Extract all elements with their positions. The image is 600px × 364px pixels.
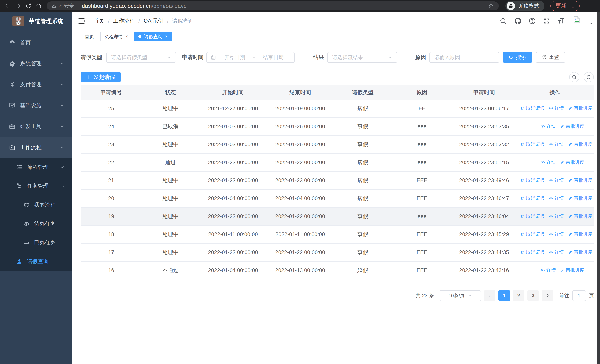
apply-time-range-picker[interactable]: 开始日期 - 结束日期 <box>206 52 295 63</box>
action-详情[interactable]: 详情 <box>541 159 556 165</box>
table-cell: eee <box>392 153 452 171</box>
action-审批进度[interactable]: 审批进度 <box>568 231 592 237</box>
sidebar-collapse-icon[interactable] <box>78 17 85 25</box>
sidebar-item-payment-management[interactable]: 支付管理 <box>0 74 72 95</box>
reason-input[interactable]: 请输入原因 <box>429 52 499 63</box>
action-审批进度[interactable]: 审批进度 <box>560 159 584 165</box>
help-icon[interactable] <box>528 17 536 25</box>
chevron-up-icon <box>59 145 65 150</box>
search-button[interactable]: 搜索 <box>503 52 532 63</box>
action-取消请假[interactable]: 取消请假 <box>520 249 544 255</box>
action-审批进度[interactable]: 审批进度 <box>568 195 592 201</box>
action-详情[interactable]: 详情 <box>541 123 556 129</box>
action-详情[interactable]: 详情 <box>549 231 564 237</box>
start-date-input[interactable]: 开始日期 <box>217 54 252 61</box>
browser-scrollbar[interactable] <box>597 12 600 364</box>
action-取消请假[interactable]: 取消请假 <box>520 177 544 183</box>
action-详情[interactable]: 详情 <box>549 195 564 201</box>
action-详情[interactable]: 详情 <box>549 105 564 111</box>
refresh-table-button[interactable] <box>584 72 594 82</box>
breadcrumb-item[interactable]: 工作流程 <box>113 17 135 25</box>
sidebar-item-label: 支付管理 <box>20 81 41 88</box>
action-取消请假[interactable]: 取消请假 <box>520 105 544 111</box>
github-icon[interactable] <box>514 17 521 25</box>
action-详情[interactable]: 详情 <box>541 267 556 273</box>
action-详情[interactable]: 详情 <box>549 213 564 219</box>
action-审批进度[interactable]: 审批进度 <box>568 213 592 219</box>
table-cell: 2022-01-22 00:00:00 <box>199 207 267 225</box>
avatar-caret-down-icon[interactable] <box>589 21 594 26</box>
table-cell: 2022-01-22 00:00:00 <box>267 207 334 225</box>
sidebar-item-process-management[interactable]: 流程管理 <box>0 158 72 177</box>
avatar[interactable] <box>572 15 584 27</box>
sidebar-item-my-process[interactable]: 我的流程 <box>0 196 72 215</box>
show-search-button[interactable] <box>569 72 579 82</box>
bookmark-star-icon[interactable] <box>488 2 494 9</box>
reset-button[interactable]: 重置 <box>536 52 565 63</box>
action-详情[interactable]: 详情 <box>549 141 564 147</box>
result-select[interactable]: 请选择流结果 <box>327 52 397 63</box>
action-审批进度[interactable]: 审批进度 <box>568 141 592 147</box>
search-icon[interactable] <box>500 17 507 25</box>
action-审批进度[interactable]: 审批进度 <box>568 177 592 183</box>
reason-label: 原因 <box>415 54 426 61</box>
breadcrumb-item[interactable]: OA 示例 <box>144 17 163 25</box>
action-取消请假[interactable]: 取消请假 <box>520 231 544 237</box>
active-tab-dot <box>138 35 141 38</box>
chevron-down-icon <box>59 124 65 129</box>
address-bar[interactable]: 不安全 dashboard.yudao.iocoder.cn/bpm/oa/le… <box>47 1 499 10</box>
fullscreen-icon[interactable] <box>543 17 550 25</box>
reload-icon[interactable] <box>24 2 33 10</box>
sidebar-item-todo-tasks[interactable]: 待办任务 <box>0 215 72 233</box>
app-logo[interactable]: 🐰 芋道管理系统 <box>0 12 72 30</box>
sidebar-item-system-management[interactable]: 系统管理 <box>0 53 72 74</box>
font-size-icon[interactable] <box>557 17 565 25</box>
tab-process-detail[interactable]: 流程详情× <box>100 32 132 41</box>
sidebar-item-leave-query[interactable]: 请假查询 <box>0 252 72 271</box>
action-详情[interactable]: 详情 <box>549 177 564 183</box>
action-审批进度[interactable]: 审批进度 <box>560 123 584 129</box>
tab-home[interactable]: 首页 <box>81 32 98 41</box>
action-详情[interactable]: 详情 <box>549 249 564 255</box>
page-button-2[interactable]: 2 <box>513 290 525 301</box>
action-审批进度[interactable]: 审批进度 <box>568 249 592 255</box>
row-actions: 详情审批进度 <box>516 118 594 135</box>
sidebar-item-label: 基础设施 <box>20 102 41 109</box>
breadcrumb-item[interactable]: 首页 <box>94 17 104 25</box>
close-icon[interactable]: × <box>125 34 128 39</box>
prev-page-button[interactable] <box>484 290 496 301</box>
kebab-menu-icon[interactable] <box>570 3 576 9</box>
table-cell: 2022-01-04 00:00:00 <box>199 189 267 207</box>
sidebar-item-dev-tools[interactable]: 研发工具 <box>0 116 72 137</box>
goto-page-input[interactable]: 1 <box>572 290 586 301</box>
sidebar-item-task-management[interactable]: 任务管理 <box>0 177 72 196</box>
face-icon <box>23 202 30 208</box>
page-size-select[interactable]: 10条/页 <box>440 290 481 301</box>
page-button-3[interactable]: 3 <box>527 290 539 301</box>
trash-icon <box>520 106 525 111</box>
leave-type-select[interactable]: 请选择请假类型 <box>106 52 176 63</box>
table-cell: 处理中 <box>142 189 199 207</box>
topbar-actions <box>500 15 594 27</box>
back-icon[interactable] <box>3 2 12 10</box>
forward-icon[interactable] <box>14 2 22 10</box>
action-取消请假[interactable]: 取消请假 <box>520 213 544 219</box>
tab-leave-query[interactable]: 请假查询× <box>134 32 172 41</box>
action-审批进度[interactable]: 审批进度 <box>560 267 584 273</box>
sidebar-item-workflow[interactable]: 工作流程 <box>0 137 72 158</box>
page-button-1[interactable]: 1 <box>498 290 510 301</box>
sidebar-item-done-tasks[interactable]: 已办任务 <box>0 233 72 252</box>
next-page-button[interactable] <box>542 290 553 301</box>
tab-label: 请假查询 <box>144 34 162 40</box>
security-indicator[interactable]: 不安全 <box>52 3 78 9</box>
action-取消请假[interactable]: 取消请假 <box>520 141 544 147</box>
action-取消请假[interactable]: 取消请假 <box>520 195 544 201</box>
home-icon[interactable] <box>35 2 43 10</box>
sidebar-item-home[interactable]: 首页 <box>0 32 72 53</box>
sidebar-item-infrastructure[interactable]: 基础设施 <box>0 95 72 116</box>
create-leave-button[interactable]: 发起请假 <box>81 72 121 83</box>
browser-update-button[interactable]: 更新 <box>550 1 580 11</box>
close-icon[interactable]: × <box>165 34 168 39</box>
end-date-input[interactable]: 结束日期 <box>256 54 291 61</box>
action-审批进度[interactable]: 审批进度 <box>568 105 592 111</box>
